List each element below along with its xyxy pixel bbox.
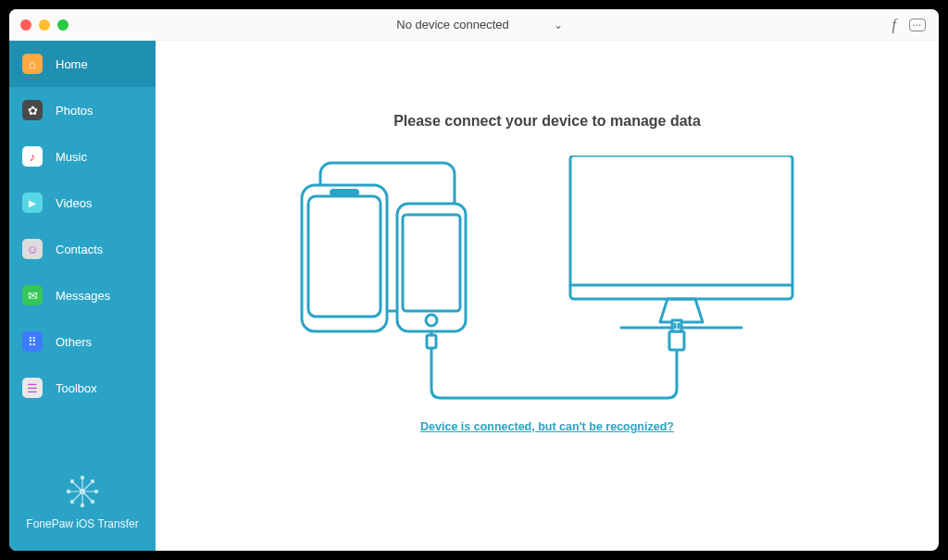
- sidebar-item-music[interactable]: ♪Music: [9, 133, 156, 180]
- sidebar-item-label: Contacts: [56, 243, 103, 256]
- sidebar-item-label: Videos: [56, 196, 93, 210]
- sidebar-nav: ⌂Home✿Photos♪Music►Videos☺Contacts✉Messa…: [9, 41, 156, 411]
- sidebar-item-label: Home: [56, 57, 88, 71]
- toolbox-icon: ☰: [22, 378, 43, 398]
- sidebar-item-toolbox[interactable]: ☰Toolbox: [9, 365, 156, 411]
- music-icon: ♪: [22, 146, 43, 167]
- sidebar-item-messages[interactable]: ✉Messages: [9, 272, 156, 318]
- main-headline: Please connect your device to manage dat…: [393, 113, 701, 130]
- photos-icon: ✿: [22, 100, 43, 120]
- device-not-recognized-link[interactable]: Device is connected, but can't be recogn…: [420, 420, 674, 433]
- sidebar: ⌂Home✿Photos♪Music►Videos☺Contacts✉Messa…: [9, 41, 156, 551]
- sidebar-item-photos[interactable]: ✿Photos: [9, 87, 156, 133]
- sidebar-item-label: Photos: [56, 104, 93, 118]
- svg-rect-23: [427, 335, 436, 348]
- svg-point-5: [81, 476, 83, 479]
- facebook-icon[interactable]: f: [892, 17, 896, 33]
- sidebar-footer: FonePaw iOS Transfer: [9, 458, 156, 551]
- svg-rect-25: [669, 331, 684, 350]
- svg-point-7: [67, 490, 69, 492]
- close-window-button[interactable]: [20, 19, 31, 31]
- sidebar-item-videos[interactable]: ►Videos: [9, 180, 156, 226]
- app-body: ⌂Home✿Photos♪Music►Videos☺Contacts✉Messa…: [9, 41, 939, 551]
- sidebar-item-others[interactable]: ⠿Others: [9, 318, 156, 365]
- sidebar-item-home[interactable]: ⌂Home: [9, 41, 156, 87]
- feedback-icon[interactable]: •••: [909, 19, 926, 31]
- videos-icon: ►: [22, 193, 43, 213]
- minimize-window-button[interactable]: [39, 19, 50, 31]
- others-icon: ⠿: [22, 331, 43, 352]
- connect-illustration: [297, 156, 797, 405]
- brand-logo-icon: [66, 475, 99, 508]
- chevron-down-icon: ⌄: [554, 19, 563, 31]
- brand-label: FonePaw iOS Transfer: [17, 517, 148, 530]
- sidebar-item-label: Messages: [56, 289, 110, 303]
- svg-point-11: [91, 479, 94, 482]
- titlebar-actions: f •••: [892, 17, 926, 33]
- titlebar: No device connected ⌄ f •••: [9, 9, 939, 41]
- device-status-label: No device connected: [396, 18, 508, 31]
- main-panel: Please connect your device to manage dat…: [156, 41, 939, 551]
- sidebar-item-label: Toolbox: [56, 381, 97, 395]
- svg-point-12: [70, 500, 73, 503]
- zoom-window-button[interactable]: [57, 19, 69, 31]
- device-selector[interactable]: No device connected ⌄: [385, 18, 562, 31]
- app-window: No device connected ⌄ f ••• ⌂Home✿Photos…: [9, 9, 939, 551]
- sidebar-item-label: Others: [56, 335, 92, 349]
- messages-icon: ✉: [22, 285, 43, 305]
- svg-point-9: [70, 479, 73, 482]
- svg-rect-14: [302, 185, 387, 331]
- svg-rect-20: [570, 156, 792, 299]
- svg-point-10: [91, 500, 94, 503]
- svg-rect-16: [330, 189, 359, 196]
- sidebar-item-label: Music: [56, 150, 87, 164]
- contacts-icon: ☺: [22, 239, 43, 259]
- svg-point-6: [81, 504, 83, 506]
- traffic-lights: [20, 19, 69, 31]
- home-icon: ⌂: [22, 54, 43, 74]
- svg-point-4: [81, 490, 85, 494]
- svg-point-8: [94, 490, 97, 492]
- sidebar-item-contacts[interactable]: ☺Contacts: [9, 226, 156, 272]
